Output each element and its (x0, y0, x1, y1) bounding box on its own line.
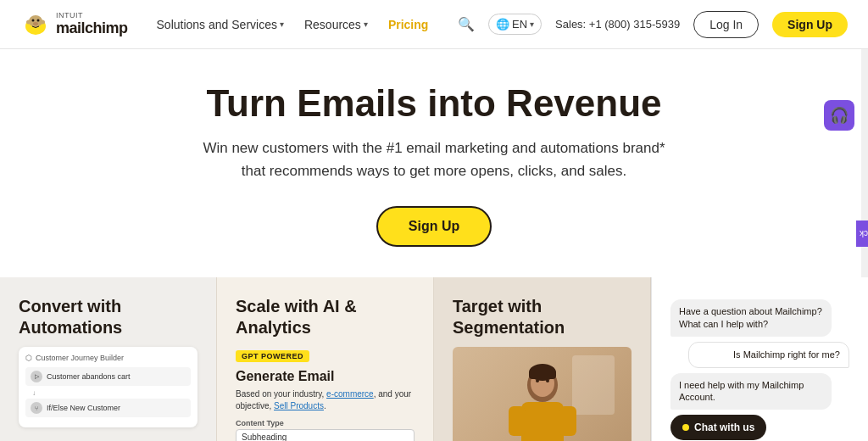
navbar: INTUIT mailchimp Solutions and Services … (0, 0, 868, 49)
search-icon[interactable]: 🔍 (458, 16, 475, 32)
intuit-label: INTUIT (56, 11, 128, 20)
nav-solutions[interactable]: Solutions and Services ▾ (148, 13, 292, 36)
gpt-badge: GPT POWERED (236, 350, 309, 362)
generate-email-title: Generate Email (236, 369, 415, 384)
ai-subtitle: Based on your industry, e-commerce, and … (236, 388, 415, 412)
content-type-field: Content Type Subheading (236, 419, 415, 441)
nav-resources[interactable]: Resources ▾ (296, 13, 376, 36)
branch-icon: ⑂ (31, 402, 42, 414)
ai-analytics-card: Scale with AI & Analytics GPT POWERED Ge… (216, 277, 434, 441)
svg-point-3 (37, 19, 40, 21)
nav-pricing[interactable]: Pricing (380, 13, 437, 36)
svg-rect-9 (509, 406, 526, 436)
svg-rect-15 (529, 371, 556, 379)
svg-rect-10 (559, 406, 576, 436)
chat-card: Have a question about Mailchimp? What ca… (651, 277, 868, 441)
login-button[interactable]: Log In (693, 11, 759, 38)
auto-arrow-1: ↓ (32, 389, 191, 397)
chat-widget-button[interactable]: 🎧 (824, 100, 854, 131)
auto-row-2: ⑂ If/Else New Customer (25, 399, 191, 417)
hero-section: Turn Emails into Revenue Win new custome… (0, 49, 868, 277)
phone-number: Sales: +1 (800) 315-5939 (555, 18, 680, 31)
ecommerce-link[interactable]: e-commerce (326, 389, 374, 399)
hero-title: Turn Emails into Revenue (206, 83, 661, 124)
svg-point-4 (33, 22, 38, 25)
automation-mock: ⬡ Customer Journey Builder ▷ Customer ab… (19, 347, 198, 427)
cart-icon: ▷ (31, 371, 42, 382)
chat-bubble-3: I need help with my Mailchimp Account. (670, 373, 832, 410)
content-type-label: Content Type (236, 419, 415, 427)
content-type-select[interactable]: Subheading (236, 429, 415, 441)
svg-point-6 (40, 20, 45, 24)
mailchimp-label: mailchimp (56, 20, 128, 37)
lang-chevron-icon: ▾ (530, 20, 534, 29)
segmentation-title: Target with Segmentation (453, 296, 632, 338)
svg-rect-8 (521, 402, 564, 441)
svg-point-2 (32, 19, 35, 21)
segmentation-card: Target with Segmentation (434, 277, 651, 441)
automation-header-icon: ⬡ (25, 354, 32, 362)
svg-point-5 (26, 20, 31, 24)
feedback-tab[interactable]: Feedback (856, 220, 868, 247)
logo[interactable]: INTUIT mailchimp (20, 9, 128, 40)
language-selector[interactable]: 🌐 EN ▾ (488, 14, 542, 35)
chat-area: Have a question about Mailchimp? What ca… (670, 296, 849, 441)
hero-signup-button[interactable]: Sign Up (376, 206, 492, 247)
sell-link[interactable]: Sell Products (274, 401, 324, 410)
feature-cards: Convert with Automations ⬡ Customer Jour… (0, 277, 868, 441)
auto-header: ⬡ Customer Journey Builder (25, 354, 191, 362)
automations-card: Convert with Automations ⬡ Customer Jour… (0, 277, 216, 441)
segmentation-image (453, 347, 632, 441)
chat-widget-icon: 🎧 (830, 106, 849, 125)
globe-icon: 🌐 (496, 18, 509, 31)
automations-title: Convert with Automations (19, 296, 198, 338)
logo-text: INTUIT mailchimp (56, 11, 128, 37)
nav-links: Solutions and Services ▾ Resources ▾ Pri… (148, 13, 459, 36)
chat-dot-icon (682, 424, 689, 431)
resources-chevron-icon: ▾ (364, 20, 368, 29)
ai-title: Scale with AI & Analytics (236, 296, 415, 338)
signup-nav-button[interactable]: Sign Up (772, 12, 848, 37)
mailchimp-logo-icon (20, 9, 51, 40)
chat-bubble-1: Have a question about Mailchimp? What ca… (670, 299, 832, 337)
chat-cta-button[interactable]: Chat with us (670, 415, 766, 440)
auto-row-1: ▷ Customer abandons cart (25, 367, 191, 386)
solutions-chevron-icon: ▾ (280, 20, 284, 29)
nav-right: 🔍 🌐 EN ▾ Sales: +1 (800) 315-5939 Log In… (458, 11, 848, 38)
chat-bubble-2: Is Mailchimp right for me? (688, 342, 849, 368)
person-illustration (492, 355, 593, 441)
hero-subtitle: Win new customers with the #1 email mark… (203, 137, 665, 182)
